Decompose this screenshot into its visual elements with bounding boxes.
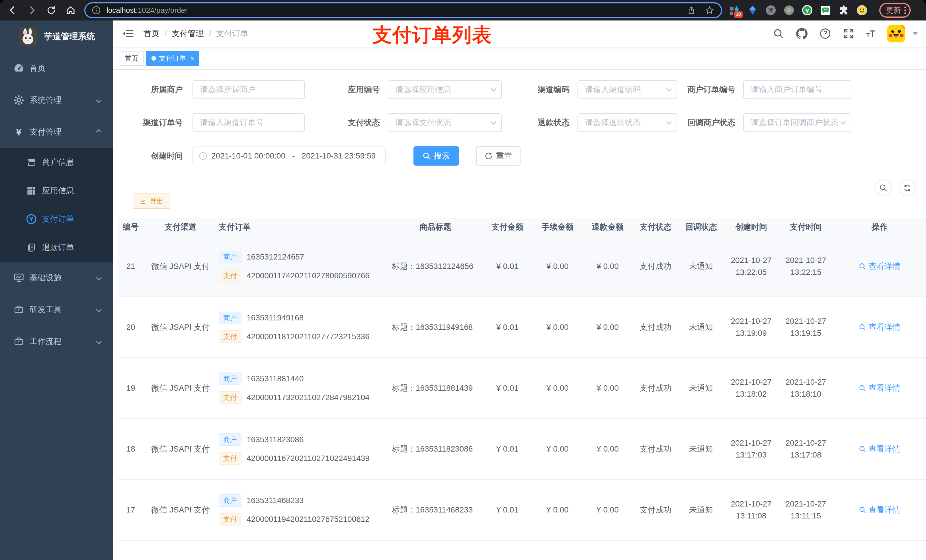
chevron-down-icon: [96, 97, 101, 103]
extensions-puzzle-icon[interactable]: [838, 5, 849, 16]
notify-status: 未通知: [678, 504, 724, 515]
chat-extension-icon[interactable]: [820, 5, 831, 16]
back-icon[interactable]: [7, 5, 18, 16]
tab-manager-extension-icon[interactable]: 10: [729, 5, 740, 16]
filter-merchant-order-no: 商户订单编号: [679, 80, 851, 99]
sidebar-item-home[interactable]: 首页: [0, 52, 113, 84]
notify-status: 未通知: [678, 261, 724, 272]
pay-amount: ¥ 0.01: [483, 262, 533, 271]
bookmark-star-icon[interactable]: [704, 5, 715, 16]
channel-order-no-input[interactable]: [192, 113, 305, 132]
sidebar-item-app-info[interactable]: 应用信息: [0, 177, 113, 205]
search-icon[interactable]: [773, 28, 784, 39]
toggle-search-button[interactable]: [875, 179, 892, 196]
view-detail-link[interactable]: 查看详情: [859, 504, 900, 515]
pay-status: 支付成功: [633, 504, 678, 515]
table-row: 19 微信 JSAPI 支付 商户1635311881440 支付4200001…: [118, 358, 926, 419]
filter-channel-order-no: 渠道订单号: [129, 113, 305, 132]
payment-order-no: 4200001194202110276752100612: [247, 515, 369, 524]
merchant-order-no-input[interactable]: [743, 80, 851, 99]
create-time: 2021-10-2713:18:02: [724, 376, 779, 400]
breadcrumb-separator: /: [165, 29, 167, 38]
browser-menu-icon[interactable]: [904, 6, 906, 14]
app-select[interactable]: 请选择应用信息: [388, 80, 502, 99]
refund-doc-icon: [25, 242, 38, 253]
chevron-down-icon: [96, 275, 101, 281]
view-detail-link[interactable]: 查看详情: [859, 383, 900, 394]
merchant-input[interactable]: [192, 80, 305, 99]
search-button[interactable]: 搜索: [413, 146, 459, 166]
payment-tag: 支付: [219, 513, 242, 525]
navbar-actions: TT: [773, 25, 926, 42]
chevron-up-icon: [96, 129, 101, 135]
sidebar-item-merchant-info[interactable]: 商户信息: [0, 148, 113, 177]
browser-update-button[interactable]: 更新: [879, 3, 911, 18]
payment-tag: 支付: [219, 269, 242, 282]
chevron-down-icon: [490, 119, 496, 125]
orders-table: 编号 支付渠道 支付订单 商品标题 支付金额 手续金额 退款金额 支付状态 回调…: [118, 218, 926, 560]
sidebar-item-system[interactable]: 系统管理: [0, 84, 113, 116]
notify-status-select[interactable]: 请选择订单回调商户状态: [743, 113, 851, 132]
fullscreen-icon[interactable]: [843, 28, 854, 39]
table-header: 编号 支付渠道 支付订单 商品标题 支付金额 手续金额 退款金额 支付状态 回调…: [118, 218, 926, 236]
font-size-icon[interactable]: TT: [866, 29, 875, 38]
help-icon[interactable]: [820, 28, 831, 39]
command-extension-icon[interactable]: ⌘: [766, 5, 776, 16]
forward-icon[interactable]: [26, 5, 38, 16]
export-button[interactable]: 导出: [133, 193, 170, 209]
close-icon[interactable]: ×: [190, 54, 194, 62]
merchant-order-no: 1635311823086: [247, 435, 304, 444]
refresh-table-button[interactable]: [899, 179, 916, 196]
site-info-icon[interactable]: [91, 5, 102, 16]
view-detail-link[interactable]: 查看详情: [859, 444, 900, 454]
emoji-extension-icon[interactable]: [856, 5, 867, 16]
sidebar-toggle-icon[interactable]: [122, 27, 135, 40]
share-icon[interactable]: [686, 5, 697, 16]
github-icon[interactable]: [796, 28, 808, 39]
channel-code-select[interactable]: 请输入渠道编码: [578, 80, 677, 99]
order-id: 18: [118, 444, 144, 454]
create-time: 2021-10-2713:19:09: [724, 315, 779, 339]
payment-order-no: 4200001167202110271022491439: [247, 454, 369, 463]
breadcrumb-home[interactable]: 首页: [144, 28, 159, 39]
view-detail-link[interactable]: 查看详情: [859, 261, 900, 272]
sidebar-item-pay-order[interactable]: ¥ 支付订单: [0, 205, 113, 233]
url-text[interactable]: localhost:1024/pay/order: [106, 6, 686, 15]
pay-status: 支付成功: [633, 261, 678, 272]
gem-extension-icon[interactable]: [747, 5, 758, 16]
notify-status: 未通知: [678, 444, 724, 454]
sidebar-item-pay[interactable]: ¥ 支付管理: [0, 116, 113, 148]
payment-tag: 支付: [219, 452, 242, 465]
y-extension-icon[interactable]: y: [802, 5, 813, 16]
product-title: 标题：1635312124656: [388, 261, 483, 272]
refund-status-select[interactable]: 请选择退款状态: [578, 113, 677, 132]
caret-down-icon[interactable]: [912, 32, 918, 35]
reload-icon[interactable]: [45, 5, 57, 16]
view-detail-link[interactable]: 查看详情: [859, 322, 900, 333]
sidebar-item-devtools[interactable]: 研发工具: [0, 294, 113, 326]
user-avatar[interactable]: [887, 25, 905, 42]
sidebar-item-refund-order[interactable]: 退款订单: [0, 233, 113, 262]
dot-extension-icon[interactable]: [784, 5, 794, 16]
address-bar[interactable]: localhost:1024/pay/order: [84, 2, 722, 18]
notify-status: 未通知: [678, 322, 724, 333]
breadcrumb-pay[interactable]: 支付管理: [172, 28, 204, 39]
reset-button[interactable]: 重置: [476, 146, 520, 166]
table-row-partial: 商户1635311251796: [118, 540, 926, 560]
tag-pay-order[interactable]: 支付订单 ×: [146, 51, 199, 66]
sidebar-item-workflow[interactable]: 工作流程: [0, 326, 113, 358]
tag-home[interactable]: 首页: [120, 51, 144, 66]
chevron-down-icon: [840, 119, 846, 125]
order-id: 20: [118, 323, 144, 332]
sidebar-item-infra[interactable]: 基础设施: [0, 262, 113, 294]
pay-status-select[interactable]: 请选择支付状态: [388, 113, 502, 132]
table-row: 20 微信 JSAPI 支付 商户1635311949168 支付4200001…: [118, 297, 926, 358]
filter-create-time: 创建时间 2021-10-01 00:00:00 - 2021-10-31 23…: [129, 146, 386, 165]
briefcase-icon: [12, 336, 25, 347]
merchant-order-no: 1635311949168: [247, 313, 304, 322]
home-icon[interactable]: [65, 5, 76, 16]
date-range-input[interactable]: 2021-10-01 00:00:00 - 2021-10-31 23:59:5…: [192, 146, 386, 165]
extension-badge: 10: [734, 11, 743, 18]
refund-amount: ¥ 0.00: [583, 444, 633, 454]
app-logo[interactable]: 芋道管理系统: [0, 21, 113, 52]
